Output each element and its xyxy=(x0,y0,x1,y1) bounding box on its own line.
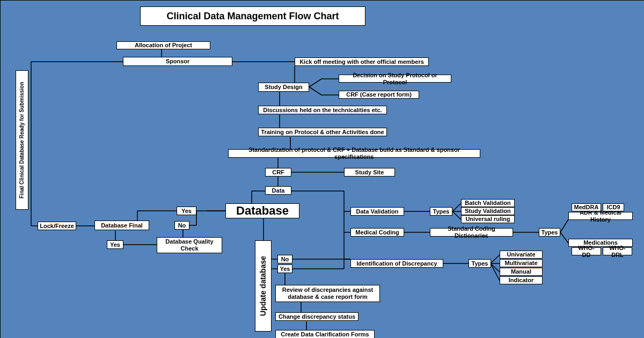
node-update-database: Update database xyxy=(255,240,272,332)
node-types-validation: Types xyxy=(430,207,452,216)
node-training: Training on Protocol & other Activities … xyxy=(258,128,387,136)
node-kickoff: Kick off meeting with other official mem… xyxy=(295,57,429,66)
node-sponsor: Sponsor xyxy=(123,57,232,66)
node-manual: Manual xyxy=(500,268,543,276)
node-standardization: Standardization of protocol & CRF + Data… xyxy=(228,149,480,158)
node-types-dictionaries: Types xyxy=(539,228,560,237)
node-database: Database xyxy=(225,203,299,218)
node-database-final: Database Final xyxy=(94,221,149,230)
node-crf-form: CRF (Case report form) xyxy=(339,91,419,99)
node-create-dcf: Create Data Clarification Forms xyxy=(275,330,375,338)
node-discussions: Discussions held on the technicalities e… xyxy=(258,106,387,114)
chart-title: Clinical Data Management Flow Chart xyxy=(140,6,365,26)
node-db-quality-check: Database Quality Check xyxy=(157,237,222,253)
node-adr-history: ADR & Medical History xyxy=(568,212,633,220)
node-data-validation: Data Validation xyxy=(350,207,404,216)
node-identification-discrepancy: Identification of Discrepancy xyxy=(350,259,443,268)
node-decision-protocol: Decision on Study Protocol or Protocol xyxy=(339,75,451,83)
node-yes-left: Yes xyxy=(177,207,196,215)
node-types-discrepancy: Types xyxy=(469,259,491,268)
node-meddra: MedDRA xyxy=(572,203,601,211)
node-data: Data xyxy=(265,186,291,195)
node-study-design: Study Design xyxy=(258,83,309,92)
node-who-dd: WHO-DD xyxy=(572,247,601,255)
node-no-left: No xyxy=(174,221,189,230)
node-lock-freeze: Lock/Freeze xyxy=(38,222,76,230)
node-study-site: Study Site xyxy=(344,168,395,177)
node-yes-discrepancy: Yes xyxy=(277,264,292,273)
node-standard-dictionaries: Standard Coding Dictionaries xyxy=(430,228,513,237)
node-review-discrepancies: Review of discrepancies against database… xyxy=(275,285,380,302)
node-crf: CRF xyxy=(265,168,291,177)
node-yes-bottom-left: Yes xyxy=(107,240,123,249)
node-universal-ruling: Universal ruling xyxy=(461,215,515,223)
node-batch-validation: Batch Validation xyxy=(461,199,515,207)
node-change-status: Change discrepancy status xyxy=(275,312,358,321)
node-allocation: Allocation of Project xyxy=(116,41,210,49)
node-no-discrepancy: No xyxy=(277,255,292,263)
node-study-validation: Study Validation xyxy=(461,207,515,215)
node-indicator: Indicator xyxy=(500,276,543,284)
node-icd9: ICD9 xyxy=(603,203,624,211)
node-univariate: Univariate xyxy=(500,251,543,259)
node-who-drl: WHO-DRL xyxy=(603,247,632,255)
node-final-ready: Final Clinical Database Ready for Submis… xyxy=(16,70,28,210)
node-multivariate: Multivariate xyxy=(500,259,543,267)
node-medical-coding: Medical Coding xyxy=(350,228,404,237)
